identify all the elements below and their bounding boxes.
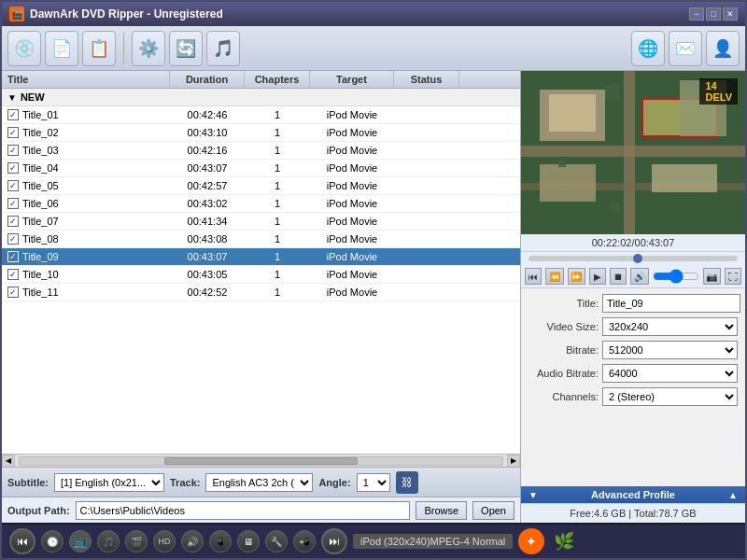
playback-tools-button[interactable]: 🔧 <box>265 530 288 553</box>
row-checkbox[interactable] <box>7 198 19 209</box>
row-chapters-cell: 1 <box>245 177 310 194</box>
table-row[interactable]: Title_06 00:43:02 1 iPod Movie <box>2 195 520 213</box>
table-row[interactable]: Title_03 00:42:16 1 iPod Movie <box>2 142 520 160</box>
row-chapters-cell: 1 <box>245 106 310 123</box>
stop-button[interactable]: ⏹ <box>610 268 627 285</box>
row-checkbox[interactable] <box>7 127 19 138</box>
adv-expand-arrow: ▲ <box>728 490 738 500</box>
row-checkbox[interactable] <box>7 233 19 245</box>
row-checkbox[interactable] <box>7 269 19 280</box>
output-bar: Output Path: Browse Open <box>2 497 520 523</box>
playback-history-button[interactable]: 🕒 <box>41 530 63 553</box>
email-button[interactable]: ✉️ <box>669 31 702 66</box>
row-duration-cell: 00:43:05 <box>170 266 245 283</box>
fullscreen-button[interactable]: ⛶ <box>725 268 741 285</box>
scroll-left-button[interactable]: ◀ <box>2 455 15 468</box>
web-button[interactable]: 🌐 <box>631 31 665 66</box>
playback-appletv-button[interactable]: 📺 <box>69 530 92 553</box>
convert-button[interactable]: 🔄 <box>169 31 203 66</box>
video-size-field-row: Video Size: 320x240 640x480 720x480 <box>529 317 738 336</box>
subtitle-select[interactable]: [1] English (0x21... <box>54 473 164 492</box>
playback-hd-button[interactable]: HD <box>153 530 176 553</box>
file-list[interactable]: Title Duration Chapters Target Status ▼ … <box>2 71 520 454</box>
table-row[interactable]: Title_02 00:43:10 1 iPod Movie <box>2 124 520 142</box>
maximize-button[interactable]: □ <box>706 7 721 21</box>
svg-rect-11 <box>610 202 619 211</box>
close-button[interactable]: ✕ <box>723 7 738 21</box>
volume-button[interactable]: 🔊 <box>630 268 649 285</box>
table-row[interactable]: Title_04 00:43:07 1 iPod Movie <box>2 160 520 177</box>
table-row[interactable]: Title_09 00:43:07 1 iPod Movie <box>2 248 520 266</box>
row-checkbox[interactable] <box>7 216 19 227</box>
row-status-cell <box>394 112 459 118</box>
video-size-select[interactable]: 320x240 640x480 720x480 <box>602 317 738 336</box>
row-checkbox[interactable] <box>7 251 19 262</box>
title-field-input[interactable] <box>602 294 740 313</box>
channels-select[interactable]: 2 (Stereo) 1 (Mono) <box>602 387 738 406</box>
toolbar-separator-1 <box>123 33 124 64</box>
table-row[interactable]: Title_07 00:41:34 1 iPod Movie <box>2 213 520 231</box>
row-checkbox[interactable] <box>7 180 19 191</box>
seek-bar[interactable] <box>529 256 738 261</box>
bitrate-select[interactable]: 512000 1024000 <box>602 341 738 359</box>
properties-area: Title: Video Size: 320x240 640x480 720x4… <box>521 288 745 486</box>
dvd-button[interactable]: 💿 <box>7 31 41 66</box>
playback-prev-button[interactable]: ⏮ <box>9 528 35 554</box>
scrollbar-track <box>19 456 503 466</box>
row-title-cell: Title_07 <box>2 213 170 230</box>
scroll-right-button[interactable]: ▶ <box>507 455 520 468</box>
volume-slider[interactable] <box>653 270 699 283</box>
preview-button[interactable]: 🎵 <box>206 31 240 66</box>
row-checkbox[interactable] <box>7 162 19 174</box>
video-size-label: Video Size: <box>529 321 599 332</box>
track-select[interactable]: English AC3 2ch ( <box>205 473 313 492</box>
row-title-text: Title_03 <box>22 145 59 156</box>
browse-button[interactable]: Browse <box>416 501 467 520</box>
row-title-cell: Title_08 <box>2 231 170 247</box>
playback-music-button[interactable]: 🎵 <box>97 530 120 553</box>
output-path-input[interactable] <box>76 501 411 520</box>
row-status-cell <box>394 218 459 224</box>
star-button[interactable]: ✦ <box>518 528 544 554</box>
next-frame-button[interactable]: ⏩ <box>568 268 586 285</box>
table-row[interactable]: Title_11 00:42:52 1 iPod Movie <box>2 284 520 301</box>
playback-monitor-button[interactable]: 🖥 <box>237 530 260 553</box>
minimize-button[interactable]: − <box>689 7 704 21</box>
audio-bitrate-select[interactable]: 64000 128000 <box>602 364 738 383</box>
help-button[interactable]: 👤 <box>706 31 740 66</box>
playback-device-button[interactable]: 📱 <box>209 530 232 553</box>
advanced-profile-bar[interactable]: ▼ Advanced Profile ▲ <box>521 486 745 503</box>
row-checkbox[interactable] <box>7 145 19 156</box>
row-title-cell: Title_05 <box>2 177 170 194</box>
angle-select[interactable]: 1 <box>357 473 390 492</box>
row-title-cell: Title_10 <box>2 266 170 283</box>
open-button[interactable]: Open <box>472 501 514 520</box>
table-row[interactable]: Title_05 00:42:57 1 iPod Movie <box>2 177 520 195</box>
screenshot-button[interactable]: 📷 <box>703 268 722 285</box>
skip-back-button[interactable]: ⏮ <box>525 268 542 285</box>
bitrate-field-row: Bitrate: 512000 1024000 <box>529 341 738 359</box>
settings-button[interactable]: ⚙️ <box>132 31 165 66</box>
playback-audio-button[interactable]: 🔊 <box>181 530 204 553</box>
row-checkbox[interactable] <box>7 109 19 120</box>
table-row[interactable]: Title_10 00:43:05 1 iPod Movie <box>2 266 520 284</box>
table-row[interactable]: Title_08 00:43:08 1 iPod Movie <box>2 231 520 248</box>
seek-bar-area[interactable] <box>521 252 745 265</box>
play-pause-button[interactable]: ▶ <box>589 268 606 285</box>
row-title-text: Title_08 <box>22 233 59 245</box>
playback-mobile-button[interactable]: 📲 <box>293 530 316 553</box>
prev-frame-button[interactable]: ⏪ <box>545 268 564 285</box>
add-file-button[interactable]: 📋 <box>82 31 116 66</box>
chain-icon[interactable]: ⛓ <box>396 471 418 494</box>
row-title-text: Title_04 <box>22 162 59 174</box>
horizontal-scrollbar[interactable]: ◀ ▶ <box>2 454 520 467</box>
playback-video-button[interactable]: 🎬 <box>125 530 148 553</box>
playback-next-button[interactable]: ⏭ <box>321 528 347 554</box>
toolbar-group-1: 💿 📄 📋 <box>7 31 116 66</box>
row-checkbox[interactable] <box>7 287 19 298</box>
open-file-button[interactable]: 📄 <box>45 31 78 66</box>
row-duration-cell: 00:42:57 <box>170 177 245 194</box>
email-icon: ✉️ <box>675 38 696 59</box>
open-file-icon: 📄 <box>51 38 72 59</box>
table-row[interactable]: Title_01 00:42:46 1 iPod Movie <box>2 106 520 124</box>
